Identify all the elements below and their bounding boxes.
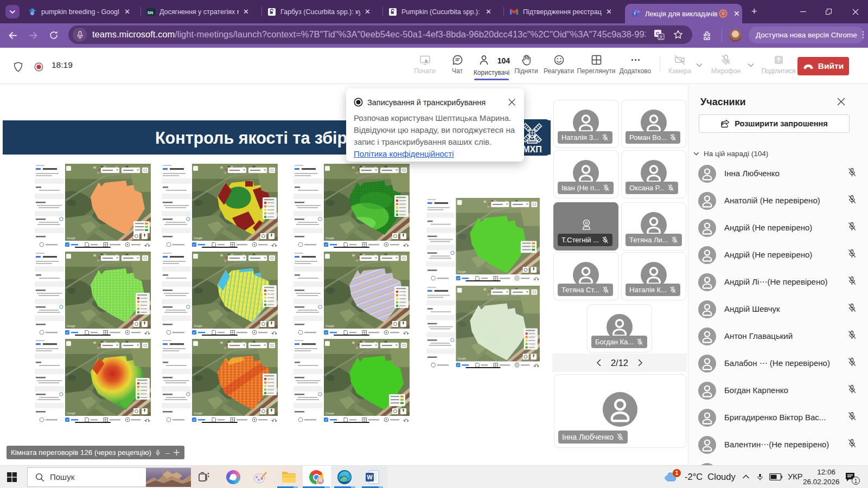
- svg-text:W: W: [367, 474, 373, 480]
- svg-text:МХП: МХП: [522, 145, 542, 154]
- svg-text:SN: SN: [148, 10, 153, 15]
- svg-text:T: T: [634, 12, 636, 16]
- svg-text:文: 文: [659, 35, 663, 40]
